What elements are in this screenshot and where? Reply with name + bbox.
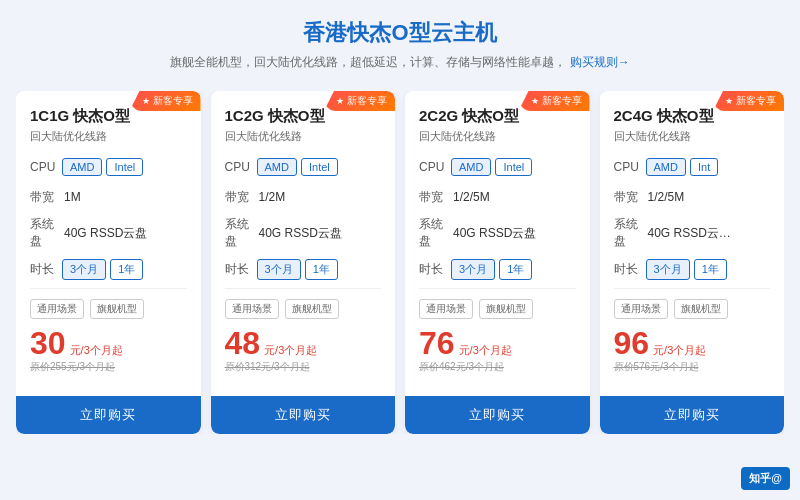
divider-2 [419,288,576,289]
spec-duration-row-3: 时长 3个月1年 [614,258,771,280]
disk-value-0: 40G RSSD云盘 [64,225,147,242]
duration-btn-group-1: 3个月1年 [257,259,338,280]
price-original-3: 原价576元/3个月起 [614,360,771,374]
bw-label-0: 带宽 [30,189,60,206]
card-inner-3: 新客专享 2C4G 快杰O型 回大陆优化线路 CPU AMDInt 带宽 1/2… [600,91,785,434]
cpu-btn-AMD-2[interactable]: AMD [451,158,491,176]
card-inner-1: 新客专享 1C2G 快杰O型 回大陆优化线路 CPU AMDIntel 带宽 1… [211,91,396,434]
spec-duration-row-1: 时长 3个月1年 [225,258,382,280]
card-network-3: 回大陆优化线路 [614,129,771,144]
tag-1-1[interactable]: 旗舰机型 [285,299,339,319]
dur-btn-3[interactable]: 3个月 [646,259,690,280]
card-inner-2: 新客专享 2C2G 快杰O型 回大陆优化线路 CPU AMDIntel 带宽 1… [405,91,590,434]
dur-label-0: 时长 [30,261,60,278]
tag-1-0[interactable]: 旗舰机型 [90,299,144,319]
cpu-btn-group-0: AMDIntel [62,158,143,176]
spec-cpu-row-2: CPU AMDIntel [419,156,576,178]
price-unit-0: 元/3个月起 [70,343,123,358]
cpu-label-0: CPU [30,160,60,174]
dur-btn-0[interactable]: 1年 [110,259,143,280]
dur-btn-3[interactable]: 1年 [694,259,727,280]
card-network-0: 回大陆优化线路 [30,129,187,144]
tag-row-2: 通用场景旗舰机型 [419,299,576,319]
price-section-3: 96 元/3个月起 原价576元/3个月起 [614,327,771,374]
price-number-3: 96 [614,327,650,359]
card-badge-0: 新客专享 [130,91,201,111]
spec-disk-row-0: 系统盘 40G RSSD云盘 [30,216,187,250]
cpu-btn-Intel-2[interactable]: Intel [495,158,532,176]
buy-button-1[interactable]: 立即购买 [211,396,396,434]
buy-button-3[interactable]: 立即购买 [600,396,785,434]
zhihu-badge: 知乎@ [741,467,790,490]
dur-btn-2[interactable]: 3个月 [451,259,495,280]
price-unit-2: 元/3个月起 [459,343,512,358]
bw-label-1: 带宽 [225,189,255,206]
disk-label-1: 系统盘 [225,216,255,250]
price-main-3: 96 元/3个月起 [614,327,771,359]
cpu-btn-group-3: AMDInt [646,158,719,176]
spec-bandwidth-row-1: 带宽 1/2M [225,186,382,208]
spec-cpu-row-3: CPU AMDInt [614,156,771,178]
dur-label-1: 时长 [225,261,255,278]
cards-row: 新客专享 1C1G 快杰O型 回大陆优化线路 CPU AMDIntel 带宽 1… [16,91,784,434]
cpu-btn-Int-3[interactable]: Int [690,158,718,176]
bw-value-0: 1M [64,190,81,204]
spec-cpu-row-1: CPU AMDIntel [225,156,382,178]
cpu-btn-group-1: AMDIntel [257,158,338,176]
dur-btn-0[interactable]: 3个月 [62,259,106,280]
tag-0-2[interactable]: 通用场景 [419,299,473,319]
spec-disk-row-1: 系统盘 40G RSSD云盘 [225,216,382,250]
price-original-2: 原价462元/3个月起 [419,360,576,374]
price-main-1: 48 元/3个月起 [225,327,382,359]
tag-0-3[interactable]: 通用场景 [614,299,668,319]
cpu-btn-AMD-0[interactable]: AMD [62,158,102,176]
spec-duration-row-0: 时长 3个月1年 [30,258,187,280]
tag-1-2[interactable]: 旗舰机型 [479,299,533,319]
duration-btn-group-2: 3个月1年 [451,259,532,280]
page-subtitle: 旗舰全能机型，回大陆优化线路，超低延迟，计算、存储与网络性能卓越， 购买规则→ [16,54,784,71]
card-2: 新客专享 2C2G 快杰O型 回大陆优化线路 CPU AMDIntel 带宽 1… [405,91,590,434]
bw-value-1: 1/2M [259,190,286,204]
tag-0-0[interactable]: 通用场景 [30,299,84,319]
tag-1-3[interactable]: 旗舰机型 [674,299,728,319]
card-body-0: 新客专享 1C1G 快杰O型 回大陆优化线路 CPU AMDIntel 带宽 1… [16,91,201,388]
card-badge-1: 新客专享 [324,91,395,111]
duration-btn-group-3: 3个月1年 [646,259,727,280]
tag-0-1[interactable]: 通用场景 [225,299,279,319]
divider-0 [30,288,187,289]
cpu-label-1: CPU [225,160,255,174]
page-wrapper: 香港快杰O型云主机 旗舰全能机型，回大陆优化线路，超低延迟，计算、存储与网络性能… [0,0,800,450]
cpu-btn-Intel-1[interactable]: Intel [301,158,338,176]
spec-bandwidth-row-3: 带宽 1/2/5M [614,186,771,208]
disk-value-1: 40G RSSD云盘 [259,225,342,242]
card-body-1: 新客专享 1C2G 快杰O型 回大陆优化线路 CPU AMDIntel 带宽 1… [211,91,396,388]
price-original-0: 原价255元/3个月起 [30,360,187,374]
cpu-btn-AMD-3[interactable]: AMD [646,158,686,176]
price-number-1: 48 [225,327,261,359]
buy-button-2[interactable]: 立即购买 [405,396,590,434]
price-original-1: 原价312元/3个月起 [225,360,382,374]
tag-row-3: 通用场景旗舰机型 [614,299,771,319]
dur-btn-1[interactable]: 3个月 [257,259,301,280]
cpu-btn-Intel-0[interactable]: Intel [106,158,143,176]
disk-label-3: 系统盘 [614,216,644,250]
bw-value-2: 1/2/5M [453,190,490,204]
card-network-2: 回大陆优化线路 [419,129,576,144]
page-title: 香港快杰O型云主机 [16,18,784,48]
card-badge-3: 新客专享 [713,91,784,111]
dur-btn-1[interactable]: 1年 [305,259,338,280]
price-unit-1: 元/3个月起 [264,343,317,358]
spec-cpu-row-0: CPU AMDIntel [30,156,187,178]
price-number-2: 76 [419,327,455,359]
card-body-3: 新客专享 2C4G 快杰O型 回大陆优化线路 CPU AMDInt 带宽 1/2… [600,91,785,388]
cpu-btn-AMD-1[interactable]: AMD [257,158,297,176]
purchase-rules-link[interactable]: 购买规则→ [570,55,630,69]
bw-value-3: 1/2/5M [648,190,685,204]
price-number-0: 30 [30,327,66,359]
spec-disk-row-2: 系统盘 40G RSSD云盘 [419,216,576,250]
price-section-0: 30 元/3个月起 原价255元/3个月起 [30,327,187,374]
buy-button-0[interactable]: 立即购买 [16,396,201,434]
dur-btn-2[interactable]: 1年 [499,259,532,280]
duration-btn-group-0: 3个月1年 [62,259,143,280]
card-network-1: 回大陆优化线路 [225,129,382,144]
